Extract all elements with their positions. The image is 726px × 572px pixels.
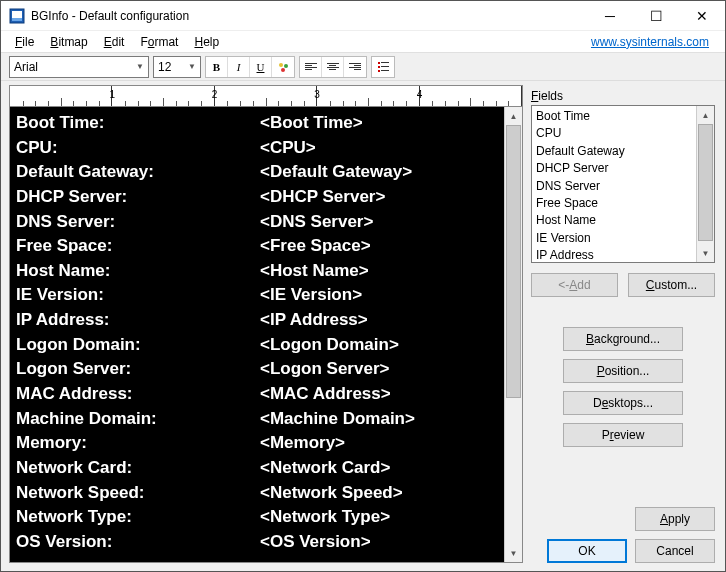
list-item[interactable]: IP Address: [536, 247, 692, 262]
fields-label: Fields: [531, 89, 715, 103]
close-button[interactable]: ✕: [679, 1, 725, 31]
list-item[interactable]: IE Version: [536, 230, 692, 247]
editor-row: OS Version:<OS Version>: [16, 530, 498, 555]
ruler: 1234: [9, 85, 523, 107]
svg-point-4: [284, 64, 288, 68]
editor-row: Default Gateway:<Default Gateway>: [16, 160, 498, 185]
list-item[interactable]: CPU: [536, 125, 692, 142]
sysinternals-link[interactable]: www.sysinternals.com: [591, 35, 719, 49]
scrollbar-thumb[interactable]: [506, 125, 521, 398]
chevron-down-icon: ▼: [188, 62, 196, 71]
menu-help[interactable]: Help: [186, 33, 227, 51]
align-left-button[interactable]: [300, 57, 322, 77]
vertical-scrollbar[interactable]: ▲ ▼: [504, 107, 522, 562]
editor-row: Network Speed:<Network Speed>: [16, 481, 498, 506]
scroll-up-icon[interactable]: ▲: [505, 107, 522, 125]
editor-row: Host Name:<Host Name>: [16, 259, 498, 284]
menu-bitmap[interactable]: Bitmap: [42, 33, 95, 51]
list-item[interactable]: Boot Time: [536, 108, 692, 125]
editor-row: CPU:<CPU>: [16, 136, 498, 161]
editor-row: IE Version:<IE Version>: [16, 283, 498, 308]
position-button[interactable]: Position...: [563, 359, 683, 383]
menubar: File Bitmap Edit Format Help www.sysinte…: [1, 31, 725, 53]
list-item[interactable]: Default Gateway: [536, 143, 692, 160]
editor-row: Network Card:<Network Card>: [16, 456, 498, 481]
add-button[interactable]: <- Add: [531, 273, 618, 297]
scroll-down-icon[interactable]: ▼: [505, 544, 522, 562]
editor-row: Logon Domain:<Logon Domain>: [16, 333, 498, 358]
editor-row: DHCP Server:<DHCP Server>: [16, 185, 498, 210]
menu-edit[interactable]: Edit: [96, 33, 133, 51]
editor-row: Logon Server:<Logon Server>: [16, 357, 498, 382]
editor-row: Boot Time:<Boot Time>: [16, 111, 498, 136]
svg-point-3: [279, 63, 283, 67]
italic-button[interactable]: I: [228, 57, 250, 77]
editor-row: Memory:<Memory>: [16, 431, 498, 456]
chevron-down-icon: ▼: [136, 62, 144, 71]
color-button[interactable]: [272, 57, 294, 77]
cancel-button[interactable]: Cancel: [635, 539, 715, 563]
app-icon: [9, 8, 25, 24]
custom-button[interactable]: Custom...: [628, 273, 715, 297]
list-item[interactable]: Host Name: [536, 212, 692, 229]
window-title: BGInfo - Default configuration: [31, 9, 587, 23]
desktops-button[interactable]: Desktops...: [563, 391, 683, 415]
list-item[interactable]: DNS Server: [536, 178, 692, 195]
fields-listbox[interactable]: Boot TimeCPUDefault GatewayDHCP ServerDN…: [531, 105, 715, 263]
align-right-button[interactable]: [344, 57, 366, 77]
scroll-up-icon[interactable]: ▲: [697, 106, 714, 124]
scroll-down-icon[interactable]: ▼: [697, 244, 714, 262]
list-item[interactable]: Free Space: [536, 195, 692, 212]
editor-row: MAC Address:<MAC Address>: [16, 382, 498, 407]
underline-button[interactable]: U: [250, 57, 272, 77]
svg-point-5: [281, 68, 285, 72]
list-item[interactable]: DHCP Server: [536, 160, 692, 177]
fields-scrollbar[interactable]: ▲ ▼: [696, 106, 714, 262]
ok-button[interactable]: OK: [547, 539, 627, 563]
svg-rect-2: [12, 18, 22, 21]
background-button[interactable]: Background...: [563, 327, 683, 351]
editor-row: Machine Domain:<Machine Domain>: [16, 407, 498, 432]
editor[interactable]: Boot Time:<Boot Time>CPU:<CPU>Default Ga…: [10, 107, 504, 562]
menu-file[interactable]: File: [7, 33, 42, 51]
menu-format[interactable]: Format: [132, 33, 186, 51]
editor-row: DNS Server:<DNS Server>: [16, 210, 498, 235]
editor-row: Network Type:<Network Type>: [16, 505, 498, 530]
toolbar: Arial ▼ 12 ▼ B I U: [1, 53, 725, 81]
bullet-list-button[interactable]: [372, 57, 394, 77]
editor-row: IP Address:<IP Address>: [16, 308, 498, 333]
align-center-button[interactable]: [322, 57, 344, 77]
apply-button[interactable]: Apply: [635, 507, 715, 531]
preview-button[interactable]: Preview: [563, 423, 683, 447]
editor-row: Free Space:<Free Space>: [16, 234, 498, 259]
bold-button[interactable]: B: [206, 57, 228, 77]
titlebar: BGInfo - Default configuration ─ ☐ ✕: [1, 1, 725, 31]
scrollbar-thumb[interactable]: [698, 124, 713, 241]
maximize-button[interactable]: ☐: [633, 1, 679, 31]
size-select[interactable]: 12 ▼: [153, 56, 201, 78]
svg-rect-1: [12, 11, 22, 18]
font-select[interactable]: Arial ▼: [9, 56, 149, 78]
minimize-button[interactable]: ─: [587, 1, 633, 31]
